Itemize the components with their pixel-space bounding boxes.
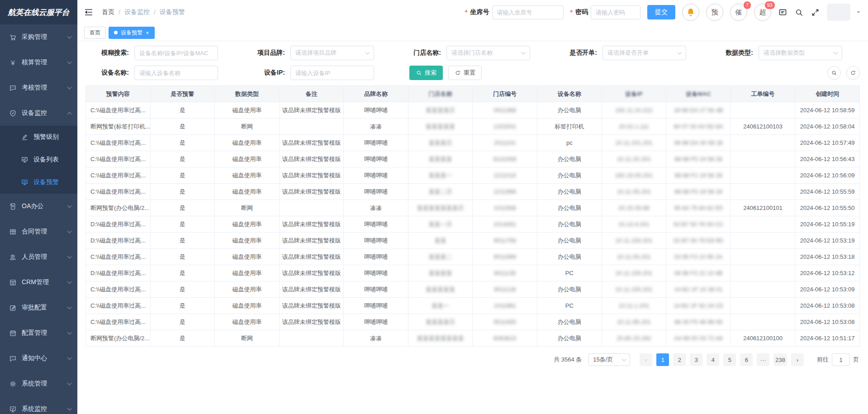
page-button-4[interactable]: 4: [707, 353, 719, 366]
quick-button-催[interactable]: 催7: [730, 4, 747, 21]
next-page-button[interactable]: ›: [791, 353, 804, 366]
brand-select[interactable]: 请选择项目品牌: [290, 46, 374, 60]
password-input[interactable]: [591, 5, 640, 19]
caret-down-icon[interactable]: [855, 9, 862, 15]
table-cell-text: 凑凑: [370, 123, 382, 130]
table-cell-text: 03 85 F3 10 95 2A: [674, 253, 723, 260]
table-row[interactable]: 断网预警(办公电脑/2...是断网凑凑某某某某某某某某6063615办公电脑20…: [86, 330, 860, 347]
table-row[interactable]: C:\\磁盘使用率过高...是磁盘使用率该品牌未绑定预警模版呷哺呷哺某某二店22…: [86, 184, 860, 200]
store-select[interactable]: 请选择门店名称: [446, 46, 530, 60]
sidebar-subitem-设备列表[interactable]: 设备列表: [0, 148, 77, 171]
breadcrumb-item[interactable]: 设备预警: [160, 8, 185, 16]
sidebar-item-合同管理[interactable]: 合同管理: [0, 219, 77, 244]
sidebar-item-系统监控[interactable]: 系统监控: [0, 396, 77, 414]
table-cell: 9011128: [473, 281, 537, 298]
table-row[interactable]: 断网预警(标签打印机...是断网凑凑某某某某某1202001标签打印机20.02…: [86, 119, 860, 135]
column-header-品牌名称[interactable]: 品牌名称: [344, 86, 408, 102]
avatar[interactable]: [827, 4, 850, 21]
table-row[interactable]: D:\\磁盘使用率过高...是磁盘使用率该品牌未绑定预警模版呷哺呷哺某某一店10…: [86, 216, 860, 233]
table-cell: 2024-06-12 10:58:59: [795, 102, 860, 119]
sidebar-item-配置管理[interactable]: 配置管理: [0, 320, 77, 346]
sidebar-item-人员管理[interactable]: 人员管理: [0, 244, 77, 270]
table-cell-text: 2024-06-12 10:56:43: [800, 156, 855, 162]
refresh-circle-button[interactable]: [846, 66, 860, 80]
page-button-1[interactable]: 1: [656, 353, 669, 366]
tab-首页[interactable]: 首页: [84, 27, 106, 39]
sidebar-item-OA办公[interactable]: OA办公: [0, 194, 77, 219]
submit-button[interactable]: 提交: [647, 5, 675, 19]
column-header-设备名称[interactable]: 设备名称: [537, 86, 602, 102]
page-button-238[interactable]: 238: [773, 353, 787, 366]
seat-input[interactable]: [492, 5, 564, 19]
chat-icon[interactable]: [778, 8, 787, 17]
goto-page-input[interactable]: [832, 353, 850, 366]
column-header-工单编号[interactable]: 工单编号: [730, 86, 795, 102]
column-header-是否预警[interactable]: 是否预警: [150, 86, 215, 102]
device-ip-input[interactable]: [290, 66, 374, 80]
sidebar-item-设备监控[interactable]: 设备监控: [0, 100, 77, 126]
sidebar-item-考核管理[interactable]: 考核管理: [0, 75, 77, 100]
quick-button-超[interactable]: 超93: [754, 4, 771, 21]
sidebar-item-通知中心[interactable]: 通知中心: [0, 346, 77, 371]
menu-fold-icon[interactable]: [84, 7, 94, 17]
search-button[interactable]: 搜索: [409, 66, 443, 80]
column-header-预警内容[interactable]: 预警内容: [86, 86, 151, 102]
page-button-6[interactable]: 6: [740, 353, 753, 366]
page-button-2[interactable]: 2: [673, 353, 686, 366]
column-header-label: 门店编号: [493, 90, 517, 97]
page-ellipsis[interactable]: ···: [757, 353, 769, 366]
data-type-select[interactable]: 请选择数据类型: [759, 46, 842, 60]
quick-button-预[interactable]: 预: [706, 4, 723, 21]
column-header-设备IP[interactable]: 设备IP: [602, 86, 666, 102]
breadcrumb-item[interactable]: 设备监控: [124, 8, 150, 16]
zoom-circle-button[interactable]: [827, 66, 841, 80]
column-header-门店编号[interactable]: 门店编号: [473, 86, 537, 102]
table-row[interactable]: C:\\磁盘使用率过高...是磁盘使用率该品牌未绑定预警模版呷哺呷哺某某某某某9…: [86, 281, 860, 298]
table-row[interactable]: D:\\磁盘使用率过高...是磁盘使用率该品牌未绑定预警模版呷哺呷哺某某某某90…: [86, 265, 860, 281]
sidebar-item-CRM管理[interactable]: CRM管理: [0, 270, 77, 295]
table-cell: 办公电脑: [537, 200, 602, 216]
close-icon[interactable]: ×: [146, 30, 149, 36]
table-row[interactable]: C:\\磁盘使用率过高...是磁盘使用率该品牌未绑定预警模版呷哺呷哺某某某某81…: [86, 151, 860, 167]
table-row[interactable]: C:\\磁盘使用率过高...是磁盘使用率该品牌未绑定预警模版呷哺呷哺某某某一22…: [86, 167, 860, 184]
breadcrumb-item[interactable]: 首页: [102, 8, 114, 16]
column-header-设备MAC[interactable]: 设备MAC: [666, 86, 731, 102]
page-button-5[interactable]: 5: [723, 353, 736, 366]
page-button-3[interactable]: 3: [690, 353, 702, 366]
notification-bell-button[interactable]: [682, 4, 699, 21]
sidebar-item-核算管理[interactable]: ¥核算管理: [0, 50, 77, 75]
badge-count: 7: [743, 1, 751, 10]
tab-设备预警[interactable]: 设备预警×: [109, 27, 155, 39]
table-row[interactable]: C:\\磁盘使用率过高...是磁盘使用率该品牌未绑定预警模版呷哺呷哺某某某某店0…: [86, 102, 860, 119]
table-row[interactable]: 断网预警(办公电脑/2...是断网凑凑某某某某某某某店1011938办公电脑20…: [86, 200, 860, 216]
sidebar-subitem-预警级别[interactable]: 预警级别: [0, 126, 77, 148]
sidebar-item-审批配置[interactable]: 审批配置: [0, 295, 77, 320]
page-size-select[interactable]: 15条/页: [588, 353, 630, 366]
table-row[interactable]: C:\\磁盘使用率过高...是磁盘使用率该品牌未绑定预警模版呷哺呷哺某某某二90…: [86, 249, 860, 265]
table-row[interactable]: C:\\磁盘使用率过高...是磁盘使用率该品牌未绑定预警模版呷哺呷哺某某一101…: [86, 298, 860, 314]
table-cell-text: 该品牌未绑定预警模版: [282, 188, 341, 195]
table-cell: 标签打印机: [537, 119, 602, 135]
column-header-门店名称[interactable]: 门店名称: [408, 86, 473, 102]
fullscreen-icon[interactable]: [811, 8, 820, 17]
quick-button-label: 预: [711, 8, 718, 17]
sidebar-item-系统管理[interactable]: 系统管理: [0, 371, 77, 396]
column-header-数据类型[interactable]: 数据类型: [215, 86, 280, 102]
billing-select[interactable]: 请选择是否开单: [602, 46, 686, 60]
sidebar-item-采购管理[interactable]: 采购管理: [0, 24, 77, 50]
column-header-创建时间[interactable]: 创建时间: [795, 86, 860, 102]
sidebar-subitem-设备预警[interactable]: 设备预警: [0, 171, 77, 194]
reset-button[interactable]: 重置: [448, 66, 482, 80]
table-row[interactable]: C:\\磁盘使用率过高...是磁盘使用率该品牌未绑定预警模版呷哺呷哺某某某店20…: [86, 135, 860, 151]
prev-page-button[interactable]: ‹: [640, 353, 652, 366]
table-cell: 磁盘使用率: [215, 216, 280, 233]
table-row[interactable]: C:\\磁盘使用率过高...是磁盘使用率该品牌未绑定预警模版呷哺呷哺某某某某店9…: [86, 314, 860, 330]
table-cell: 98 88 F2 19 56 28: [666, 167, 731, 184]
fuzzy-input[interactable]: [134, 46, 218, 60]
search-icon[interactable]: [794, 8, 804, 17]
quick-buttons: 预催7超93: [706, 4, 771, 21]
device-name-input[interactable]: [134, 66, 218, 80]
table-cell: 是: [150, 151, 215, 167]
table-row[interactable]: D:\\磁盘使用率过高...是磁盘使用率该品牌未绑定预警模版呷哺呷哺某某9011…: [86, 233, 860, 249]
column-header-备注[interactable]: 备注: [279, 86, 344, 102]
